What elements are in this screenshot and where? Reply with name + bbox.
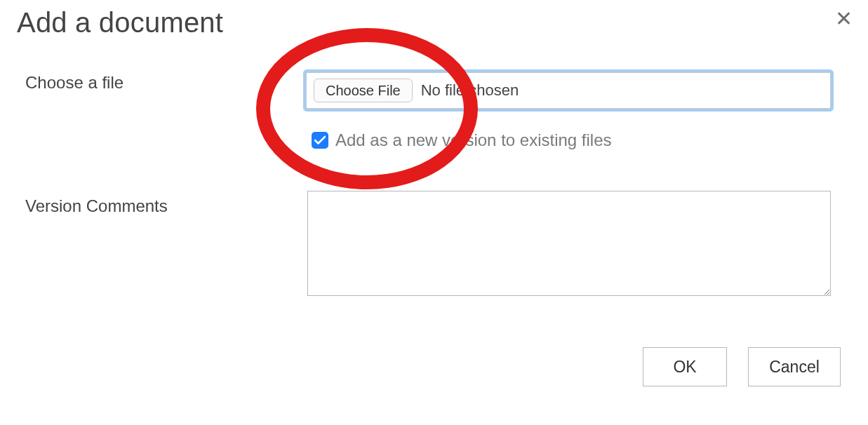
choose-file-row: Choose a file [25, 73, 306, 93]
version-comments-input[interactable] [307, 191, 831, 296]
file-status-text: No file chosen [421, 81, 519, 100]
version-comments-label: Version Comments [25, 196, 306, 216]
add-document-dialog: Add a document ✕ Choose a file Choose Fi… [0, 0, 868, 425]
cancel-button[interactable]: Cancel [748, 347, 841, 386]
new-version-label: Add as a new version to existing files [335, 130, 612, 150]
close-icon[interactable]: ✕ [835, 8, 853, 29]
file-input[interactable]: Choose File No file chosen [306, 72, 831, 109]
version-comments-row: Version Comments [25, 196, 306, 216]
choose-file-button[interactable]: Choose File [314, 79, 413, 102]
dialog-title: Add a document [17, 7, 223, 39]
annotation-ellipse [254, 27, 480, 191]
new-version-checkbox[interactable] [312, 132, 328, 149]
ok-button[interactable]: OK [643, 347, 727, 386]
choose-file-label: Choose a file [25, 73, 306, 93]
new-version-row: Add as a new version to existing files [312, 130, 612, 150]
svg-point-0 [263, 35, 471, 182]
